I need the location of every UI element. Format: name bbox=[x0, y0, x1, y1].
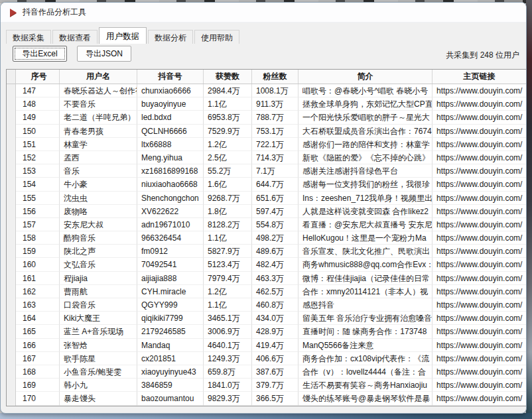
row-gutter[interactable] bbox=[7, 392, 16, 405]
cell-douyin-id[interactable]: adn19671010 bbox=[137, 218, 204, 231]
row-gutter[interactable] bbox=[7, 84, 16, 97]
column-header-profile-link[interactable]: 主页链接 bbox=[432, 70, 527, 84]
row-gutter[interactable] bbox=[7, 192, 16, 205]
cell-douyin-id[interactable]: fm0912 bbox=[137, 245, 204, 258]
cell-bio[interactable]: 大石桥联盟成员音乐演出合作：7674 bbox=[299, 125, 432, 138]
cell-douyin-id[interactable]: 966326454 bbox=[137, 231, 204, 245]
row-gutter[interactable] bbox=[7, 111, 16, 124]
export-excel-button[interactable]: 导出Excel bbox=[13, 46, 67, 62]
cell-profile-link[interactable]: https://www.douyin.com/ bbox=[432, 111, 527, 124]
cell-username[interactable]: 张智焓 bbox=[60, 339, 137, 352]
row-gutter[interactable] bbox=[7, 138, 16, 151]
cell-douyin-id[interactable]: buyaoyinyue bbox=[137, 97, 204, 111]
cell-likes[interactable]: 5123.4万 bbox=[204, 258, 252, 271]
cell-profile-link[interactable]: https://www.douyin.com/ bbox=[432, 178, 527, 191]
cell-bio[interactable]: 音乐宣发、陕北文化推广、民歌演出 bbox=[299, 245, 432, 258]
column-header-followers[interactable]: 粉丝数 bbox=[252, 70, 299, 84]
tab-user-data[interactable]: 用户数据 bbox=[99, 27, 147, 44]
cell-index[interactable]: 160 bbox=[16, 258, 60, 271]
cell-username[interactable]: 暴走馒头 bbox=[60, 392, 137, 405]
cell-followers[interactable]: 406.6万 bbox=[252, 352, 299, 365]
cell-username[interactable]: 林童学 bbox=[60, 138, 137, 151]
cell-index[interactable]: 158 bbox=[16, 231, 60, 245]
cell-username[interactable]: 沈虫虫 bbox=[60, 192, 137, 205]
cell-likes[interactable]: 7529.9万 bbox=[204, 125, 252, 138]
cell-likes[interactable]: 2984.4万 bbox=[204, 84, 252, 97]
row-gutter[interactable] bbox=[7, 285, 16, 298]
cell-index[interactable]: 155 bbox=[16, 192, 60, 205]
row-gutter[interactable] bbox=[7, 258, 16, 271]
cell-index[interactable]: 161 bbox=[16, 272, 60, 285]
cell-bio[interactable]: 感谢你们一路的陪伴和支持：林童学 bbox=[299, 138, 432, 151]
cell-douyin-id[interactable]: xz16816899168 bbox=[137, 164, 204, 178]
row-gutter[interactable] bbox=[7, 178, 16, 191]
cell-likes[interactable]: 1841.0万 bbox=[204, 379, 252, 392]
cell-username[interactable]: 程jiajia bbox=[60, 272, 137, 285]
cell-profile-link[interactable]: https://www.douyin.com/ bbox=[432, 245, 527, 258]
cell-followers[interactable]: 463.3万 bbox=[252, 272, 299, 285]
column-header-index[interactable]: 序号 bbox=[16, 70, 60, 84]
cell-username[interactable]: 音乐 bbox=[60, 164, 137, 178]
cell-profile-link[interactable]: https://www.douyin.com/ bbox=[432, 138, 527, 151]
cell-profile-link[interactable]: https://www.douyin.com/ bbox=[432, 379, 527, 392]
cell-douyin-id[interactable]: QCLNH6666 bbox=[137, 125, 204, 138]
cell-profile-link[interactable]: https://www.douyin.com/ bbox=[432, 285, 527, 298]
cell-likes[interactable]: 1249.3万 bbox=[204, 352, 252, 365]
cell-followers[interactable]: 419.4万 bbox=[252, 339, 299, 352]
cell-likes[interactable]: 6953.8万 bbox=[204, 111, 252, 124]
cell-likes[interactable]: 9268.7万 bbox=[204, 192, 252, 205]
cell-username[interactable]: 老二道（半吨兄弟） bbox=[60, 111, 137, 124]
cell-profile-link[interactable]: https://www.douyin.com/ bbox=[432, 164, 527, 178]
cell-bio[interactable]: 新歌《隐匿的爱》《忘不掉的心跳》 bbox=[299, 151, 432, 164]
cell-username[interactable]: 韩小九 bbox=[60, 379, 137, 392]
cell-profile-link[interactable]: https://www.douyin.com/ bbox=[432, 339, 527, 352]
cell-index[interactable]: 153 bbox=[16, 164, 60, 178]
cell-bio[interactable]: Ins：zeeshen_712我单身！视频里出 bbox=[299, 192, 432, 205]
cell-bio[interactable]: ManQ5566备注来意 bbox=[299, 339, 432, 352]
tab-data-view[interactable]: 数据查看 bbox=[52, 30, 98, 44]
cell-douyin-id[interactable]: 2179246585 bbox=[137, 325, 204, 338]
cell-index[interactable]: 169 bbox=[16, 379, 60, 392]
cell-douyin-id[interactable]: cx201851 bbox=[137, 352, 204, 365]
cell-likes[interactable]: 1.2亿 bbox=[204, 138, 252, 151]
cell-douyin-id[interactable]: aijiajia888 bbox=[137, 272, 204, 285]
cell-bio[interactable]: 合作：xmny20114121（非本人）视 bbox=[299, 285, 432, 298]
cell-followers[interactable]: 911.3万 bbox=[252, 97, 299, 111]
cell-likes[interactable]: 55.2万 bbox=[204, 164, 252, 178]
cell-likes[interactable]: 3006.9万 bbox=[204, 325, 252, 338]
cell-bio[interactable]: 人就是这样说变就变回森 合作likez2 bbox=[299, 205, 432, 218]
row-gutter[interactable] bbox=[7, 231, 16, 245]
cell-likes[interactable]: 659.8万 bbox=[204, 365, 252, 379]
row-gutter[interactable] bbox=[7, 205, 16, 218]
cell-index[interactable]: 150 bbox=[16, 125, 60, 138]
cell-bio[interactable]: 感谢关注感谢抖音绿色平台 bbox=[299, 164, 432, 178]
cell-likes[interactable]: 5827.9万 bbox=[204, 245, 252, 258]
cell-index[interactable]: 154 bbox=[16, 178, 60, 191]
cell-username[interactable]: 曹雨航 bbox=[60, 285, 137, 298]
cell-bio[interactable]: HelloKugou！这里是一个宠粉力Ma bbox=[299, 231, 432, 245]
row-gutter[interactable] bbox=[7, 325, 16, 338]
cell-username[interactable]: Kiki大魔王 bbox=[60, 312, 137, 325]
cell-bio[interactable]: 商务whmusic888@qq.com合作Evx： bbox=[299, 258, 432, 271]
cell-index[interactable]: 149 bbox=[16, 111, 60, 124]
cell-douyin-id[interactable]: ltx66888 bbox=[137, 138, 204, 151]
export-json-button[interactable]: 导出JSON bbox=[77, 46, 131, 62]
cell-bio[interactable]: 看直播：@安东尼大叔直播号 安东尼 bbox=[299, 218, 432, 231]
cell-followers[interactable]: 462.5万 bbox=[252, 285, 299, 298]
cell-likes[interactable]: 1.1亿 bbox=[204, 298, 252, 312]
row-gutter[interactable] bbox=[7, 352, 16, 365]
cell-index[interactable]: 164 bbox=[16, 312, 60, 325]
cell-username[interactable]: 小鱼音乐/鲍斐雯 bbox=[60, 365, 137, 379]
tab-help[interactable]: 使用帮助 bbox=[194, 30, 239, 44]
cell-profile-link[interactable]: https://www.douyin.com/ bbox=[432, 97, 527, 111]
row-gutter[interactable] bbox=[7, 245, 16, 258]
cell-bio[interactable]: 合作（v）：lovellz4444（备注：合 bbox=[299, 365, 432, 379]
cell-bio[interactable]: 直播时间：随 缘商务合作：173748 bbox=[299, 325, 432, 338]
row-gutter[interactable] bbox=[7, 379, 16, 392]
cell-likes[interactable]: 9829.3万 bbox=[204, 392, 252, 405]
row-gutter[interactable] bbox=[7, 298, 16, 312]
cell-douyin-id[interactable]: niuxiaohao6668 bbox=[137, 178, 204, 191]
cell-likes[interactable]: 1.1亿 bbox=[204, 97, 252, 111]
cell-followers[interactable]: 482.4万 bbox=[252, 258, 299, 271]
cell-likes[interactable]: 8128.2万 bbox=[204, 218, 252, 231]
